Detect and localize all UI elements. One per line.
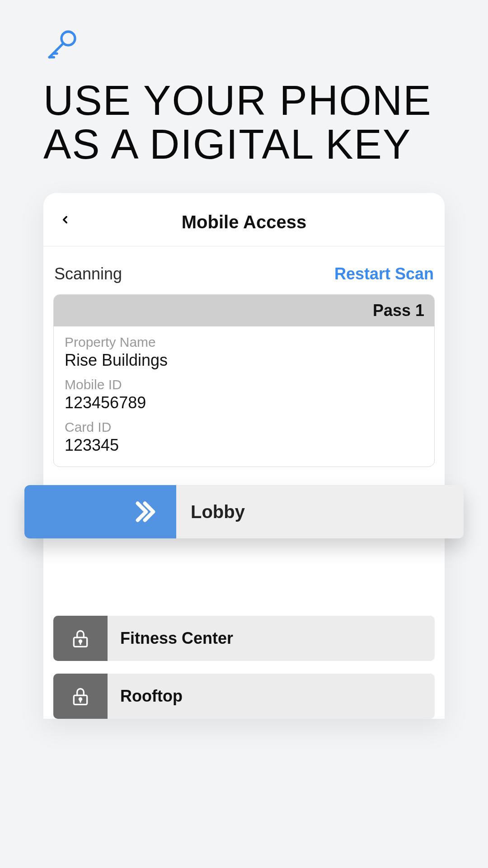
field-value: 123456789	[65, 393, 423, 412]
door-row-fitness-center[interactable]: Fitness Center	[53, 616, 435, 661]
restart-scan-link[interactable]: Restart Scan	[334, 264, 434, 283]
back-button[interactable]	[56, 211, 74, 229]
chevron-left-icon	[59, 211, 71, 229]
field-label: Mobile ID	[65, 377, 423, 392]
key-icon	[43, 27, 445, 65]
nav-title: Mobile Access	[182, 212, 306, 232]
door-row-rooftop[interactable]: Rooftop	[53, 674, 435, 719]
door-label: Rooftop	[108, 674, 183, 719]
door-label: Fitness Center	[108, 616, 233, 661]
chevrons-right-icon	[129, 497, 158, 526]
pass-field-property: Property Name Rise Buildings	[65, 335, 423, 370]
field-value: Rise Buildings	[65, 351, 423, 370]
scan-status-label: Scanning	[54, 264, 122, 283]
field-label: Card ID	[65, 420, 423, 435]
field-label: Property Name	[65, 335, 423, 350]
door-label: Lobby	[191, 502, 245, 522]
slide-handle[interactable]	[24, 485, 176, 538]
lock-icon	[53, 674, 108, 719]
lock-icon	[53, 616, 108, 661]
page-headline: USE YOUR PHONE AS A DIGITAL KEY	[43, 79, 445, 166]
pass-card: Pass 1 Property Name Rise Buildings Mobi…	[53, 294, 435, 467]
pass-field-card-id: Card ID 123345	[65, 420, 423, 455]
door-list: Fitness Center Rooftop	[53, 616, 435, 719]
slide-track: Lobby	[176, 485, 464, 538]
slide-to-unlock-lobby[interactable]: Lobby	[24, 485, 464, 538]
pass-badge: Pass 1	[54, 295, 434, 326]
device-preview-card: Mobile Access Scanning Restart Scan Pass…	[43, 193, 445, 719]
field-value: 123345	[65, 436, 423, 455]
svg-line-1	[49, 43, 63, 57]
nav-bar: Mobile Access	[43, 193, 445, 246]
pass-field-mobile-id: Mobile ID 123456789	[65, 377, 423, 412]
